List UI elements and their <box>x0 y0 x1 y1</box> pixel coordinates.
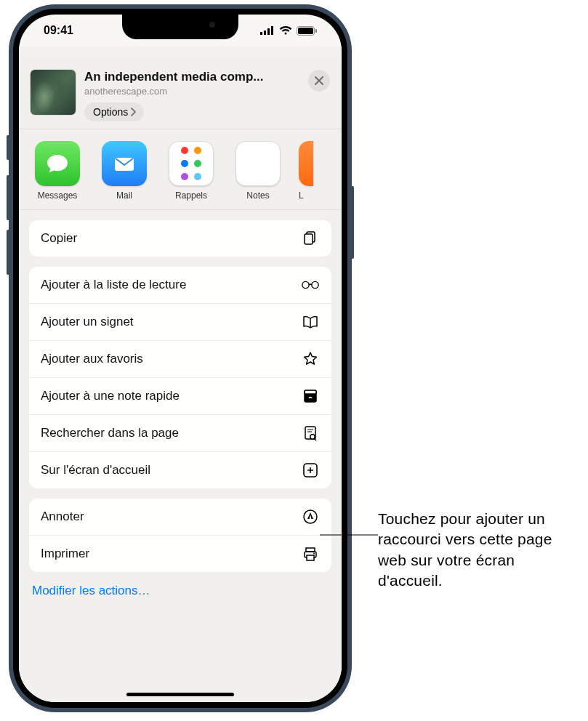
share-apps-row[interactable]: Messages Mail <box>19 129 342 210</box>
action-label: Rechercher dans la page <box>41 426 179 440</box>
svg-point-11 <box>312 281 318 288</box>
add-to-home-screen-icon <box>301 462 320 478</box>
star-icon <box>301 351 320 367</box>
action-markup[interactable]: Annoter <box>29 499 331 535</box>
svg-line-18 <box>315 439 317 441</box>
action-print[interactable]: Imprimer <box>29 535 331 572</box>
partial-app-icon <box>299 141 313 186</box>
svg-rect-6 <box>315 29 317 33</box>
app-label: Notes <box>246 190 269 201</box>
action-group-copy: Copier <box>29 220 331 257</box>
action-group-system: Annoter Imprimer <box>29 499 331 572</box>
share-app-partial[interactable]: L <box>295 141 317 201</box>
close-button[interactable] <box>308 70 330 92</box>
page-thumbnail <box>31 70 76 115</box>
svg-rect-3 <box>271 26 273 35</box>
action-favorites[interactable]: Ajouter aux favoris <box>29 340 331 377</box>
svg-rect-2 <box>267 28 270 35</box>
app-label: Mail <box>116 190 132 201</box>
svg-point-26 <box>313 553 315 555</box>
app-label: Rappels <box>175 190 207 201</box>
svg-rect-25 <box>307 555 314 560</box>
home-indicator[interactable] <box>126 693 234 696</box>
share-subtitle: anotherescape.com <box>84 86 299 97</box>
action-label: Ajouter un signet <box>41 315 134 329</box>
svg-rect-13 <box>305 390 316 394</box>
callout-leader-line <box>320 533 378 536</box>
action-bookmark[interactable]: Ajouter un signet <box>29 303 331 340</box>
copy-icon <box>301 230 320 246</box>
action-label: Ajouter à une note rapide <box>41 389 180 403</box>
battery-icon <box>297 26 317 36</box>
svg-point-10 <box>302 281 309 288</box>
share-app-reminders[interactable]: Rappels <box>166 141 217 201</box>
app-label: Messages <box>38 190 78 201</box>
close-icon <box>315 76 323 85</box>
options-label: Options <box>93 106 128 118</box>
volume-up-button <box>7 175 9 220</box>
status-time: 09:41 <box>44 24 73 37</box>
callout-text: Touchez pour ajouter un raccourci vers c… <box>378 509 581 591</box>
front-camera <box>209 22 215 28</box>
svg-rect-0 <box>260 32 262 35</box>
app-label: L <box>299 190 313 201</box>
book-icon <box>301 314 320 330</box>
svg-point-22 <box>304 510 317 523</box>
action-label: Sur l'écran d'accueil <box>41 463 150 478</box>
svg-rect-5 <box>298 28 313 34</box>
find-on-page-icon <box>301 425 320 441</box>
action-reading-list[interactable]: Ajouter à la liste de lecture <box>29 267 331 303</box>
markup-icon <box>301 509 320 525</box>
power-button <box>351 186 354 259</box>
share-app-notes[interactable]: Notes <box>233 141 283 201</box>
share-sheet: An independent media comp... anotheresca… <box>19 58 342 702</box>
options-button[interactable]: Options <box>84 102 144 121</box>
action-label: Copier <box>41 231 77 246</box>
share-app-mail[interactable]: Mail <box>99 141 150 201</box>
action-add-to-home-screen[interactable]: Sur l'écran d'accueil <box>29 451 331 488</box>
chevron-right-icon <box>129 108 137 116</box>
action-label: Ajouter aux favoris <box>41 352 143 366</box>
share-app-messages[interactable]: Messages <box>32 141 83 201</box>
quick-note-icon <box>301 388 320 404</box>
action-label: Ajouter à la liste de lecture <box>41 278 186 292</box>
notch <box>122 15 238 39</box>
print-icon <box>301 546 320 562</box>
side-button <box>7 135 9 160</box>
action-quick-note[interactable]: Ajouter à une note rapide <box>29 377 331 414</box>
svg-rect-9 <box>305 234 313 244</box>
volume-down-button <box>7 230 9 275</box>
wifi-icon <box>279 26 292 35</box>
reminders-icon <box>169 141 214 186</box>
svg-point-17 <box>310 435 315 439</box>
share-title: An independent media comp... <box>84 70 299 84</box>
messages-icon <box>35 141 80 186</box>
glasses-icon <box>301 277 320 293</box>
action-find-on-page[interactable]: Rechercher dans la page <box>29 414 331 451</box>
action-label: Annoter <box>41 509 84 524</box>
iphone-device: 09:41 <box>9 4 352 712</box>
actions-scroll[interactable]: Copier Ajouter à la liste de lecture <box>19 210 342 702</box>
share-sheet-header: An independent media comp... anotheresca… <box>19 58 342 129</box>
mail-icon <box>102 141 147 186</box>
notes-icon <box>235 141 281 186</box>
action-label: Imprimer <box>41 547 89 561</box>
action-copy[interactable]: Copier <box>29 220 331 257</box>
edit-actions-link[interactable]: Modifier les actions… <box>29 582 331 600</box>
action-group-safari: Ajouter à la liste de lecture Ajouter un… <box>29 267 331 488</box>
svg-rect-1 <box>264 31 266 35</box>
cellular-icon <box>260 26 275 35</box>
